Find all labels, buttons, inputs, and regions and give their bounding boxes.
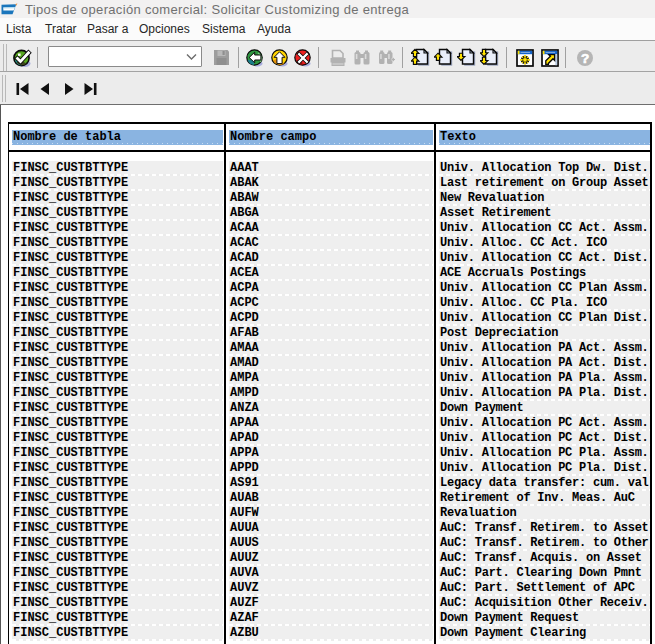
svg-text:?: ? [581,51,589,66]
